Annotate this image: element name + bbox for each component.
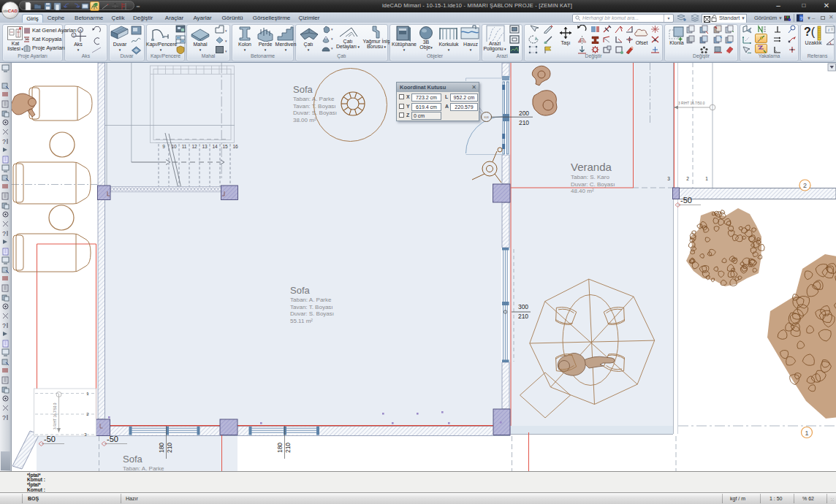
svg-text:200: 200 — [519, 110, 529, 117]
svg-text:Taban: A. Parke: Taban: A. Parke — [123, 465, 164, 471]
svg-text:2: 2 — [686, 176, 689, 181]
svg-text:180: 180 — [276, 443, 284, 453]
svg-text:11: 11 — [182, 144, 187, 149]
svg-text:?: ? — [800, 16, 803, 21]
svg-text:Taban: S. Karo: Taban: S. Karo — [571, 174, 609, 180]
svg-text:-50: -50 — [107, 435, 118, 443]
svg-text:210: 210 — [519, 119, 529, 126]
svg-text:A: A — [79, 28, 82, 33]
svg-text:14: 14 — [212, 144, 218, 149]
svg-text:Sofa: Sofa — [290, 285, 311, 296]
svg-text:55.11 m²: 55.11 m² — [290, 318, 313, 324]
svg-text:10: 10 — [171, 144, 177, 149]
svg-text:-50: -50 — [680, 196, 692, 205]
svg-text:210: 210 — [284, 443, 292, 453]
svg-text:?: ? — [2, 322, 6, 329]
svg-text:K08: K08 — [484, 116, 488, 119]
svg-text:15: 15 — [222, 144, 228, 149]
svg-text:9: 9 — [162, 144, 165, 149]
svg-text:48.40 m²: 48.40 m² — [571, 188, 594, 194]
svg-text:Duvar: C. Boyası: Duvar: C. Boyası — [571, 181, 615, 188]
svg-text:16: 16 — [232, 144, 238, 149]
svg-text:Veranda: Veranda — [571, 161, 612, 173]
svg-text:Sofa: Sofa — [293, 84, 314, 95]
svg-text:3 RIHT 16.7/50.0: 3 RIHT 16.7/50.0 — [678, 102, 705, 105]
svg-text:2: 2 — [803, 182, 807, 189]
svg-text:12: 12 — [191, 144, 197, 149]
svg-text:Taban: A. Parke: Taban: A. Parke — [290, 297, 332, 303]
svg-text:13: 13 — [202, 144, 208, 149]
svg-text:Duvar: S. Boyası: Duvar: S. Boyası — [290, 310, 334, 317]
svg-text:Tavan: T. Boyası: Tavan: T. Boyası — [290, 304, 333, 310]
svg-text:300: 300 — [518, 303, 528, 310]
svg-text:180: 180 — [158, 443, 165, 453]
svg-text:1: 1 — [72, 34, 75, 38]
svg-text:Sofa: Sofa — [123, 454, 143, 465]
svg-text:-50: -50 — [44, 435, 56, 443]
svg-text:1: 1 — [705, 176, 708, 181]
svg-text:i: i — [828, 27, 829, 33]
svg-text:3: 3 — [667, 176, 670, 181]
svg-text:Tavan: T. Boyası: Tavan: T. Boyası — [293, 103, 336, 110]
svg-text:210: 210 — [166, 443, 173, 453]
svg-text:?: ? — [2, 138, 6, 145]
svg-text:38.00 m²: 38.00 m² — [293, 117, 316, 123]
svg-text:1: 1 — [805, 429, 808, 437]
svg-text:?: ? — [2, 230, 6, 237]
svg-text:210: 210 — [518, 313, 528, 320]
svg-text:?: ? — [2, 414, 6, 421]
svg-text:3 RIHT 16.7/50.0: 3 RIHT 16.7/50.0 — [53, 402, 57, 429]
